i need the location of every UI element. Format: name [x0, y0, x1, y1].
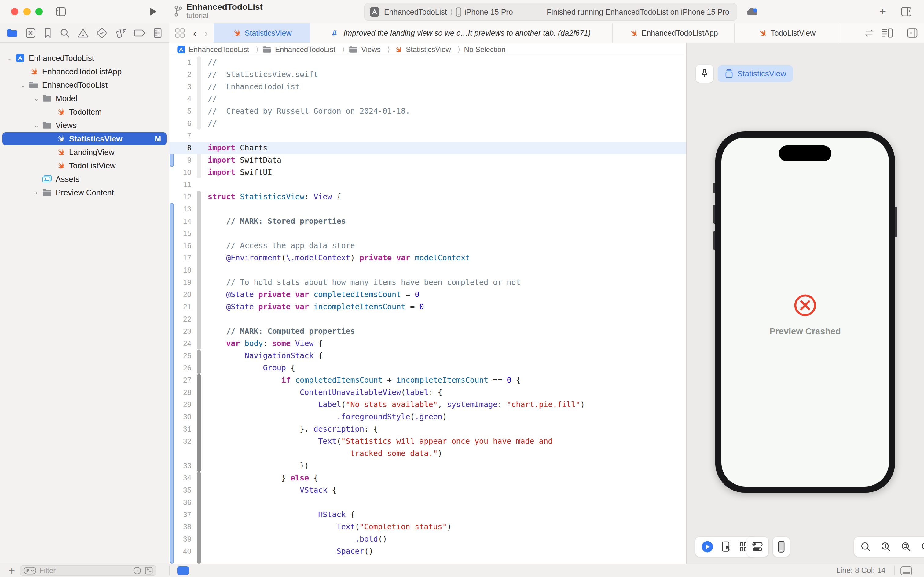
line-number[interactable]: 5	[169, 107, 195, 116]
report-navigator-icon[interactable]	[153, 27, 163, 39]
breakpoint-navigator-icon[interactable]	[134, 28, 146, 38]
device-bezel-button[interactable]	[773, 537, 790, 557]
code-line-33[interactable]: 33 })	[169, 459, 686, 472]
add-editor-icon[interactable]	[907, 28, 918, 38]
code-line-19[interactable]: 19 // To hold stats about how many items…	[169, 276, 686, 288]
zoom-button[interactable]	[35, 8, 43, 15]
line-number[interactable]: 27	[169, 376, 195, 384]
code-line-35[interactable]: 35 VStack {	[169, 484, 686, 496]
code-line-38[interactable]: 38 Text("Completion status")	[169, 521, 686, 533]
line-number[interactable]: 29	[169, 400, 195, 409]
history-icon[interactable]	[133, 566, 142, 575]
code-line-23[interactable]: 23 // MARK: Computed properties	[169, 325, 686, 337]
code-line-21[interactable]: 21 @State private var incompleteItemsCou…	[169, 301, 686, 313]
zoom-out-icon[interactable]	[860, 541, 871, 552]
breadcrumb-item[interactable]: EnhancedTodoList⟩	[262, 45, 348, 54]
line-number[interactable]: 36	[169, 498, 195, 507]
chevron-down-icon[interactable]: ⌄	[31, 122, 42, 129]
run-destination[interactable]: iPhone 15 Pro	[464, 8, 513, 16]
code-line-32[interactable]: 32 Text("Statistics will appear once you…	[169, 435, 686, 447]
line-number[interactable]: 11	[169, 180, 195, 189]
line-number[interactable]: 17	[169, 254, 195, 262]
sidebar-item-enhancedtodolist[interactable]: ⌄EnhancedTodoList	[0, 52, 169, 65]
run-button[interactable]	[148, 7, 158, 16]
scheme-name[interactable]: EnhancedTodoList	[384, 8, 447, 16]
flags-icon[interactable]	[145, 566, 153, 575]
code-line-17[interactable]: 17 @Environment(\.modelContext) private …	[169, 252, 686, 264]
line-number[interactable]: 25	[169, 351, 195, 360]
tab-todolistview[interactable]: TodoListView	[734, 23, 839, 43]
source-editor[interactable]: 1//2// StatisticsView.swift3// EnhancedT…	[169, 56, 686, 564]
breadcrumb-item[interactable]: Views⟩	[348, 45, 394, 54]
line-number[interactable]: 8	[169, 143, 195, 152]
zoom-fit-icon[interactable]	[900, 541, 911, 552]
line-number[interactable]: 12	[169, 193, 195, 201]
code-line-27[interactable]: 27 if completedItemsCount + incompleteIt…	[169, 374, 686, 386]
editor-bottom-icon[interactable]	[900, 566, 913, 576]
swap-editors-icon[interactable]	[864, 28, 875, 38]
code-line-5[interactable]: 5// Created by Russell Gordon on 2024-01…	[169, 105, 686, 118]
bookmark-navigator-icon[interactable]	[43, 27, 52, 39]
line-number[interactable]: 28	[169, 388, 195, 397]
filter-icon[interactable]	[24, 567, 36, 575]
add-icon[interactable]: +	[8, 564, 15, 577]
project-navigator-icon[interactable]	[6, 28, 18, 38]
sidebar-item-enhancedtodolistapp[interactable]: EnhancedTodoListApp	[0, 65, 169, 78]
line-number[interactable]: 33	[169, 461, 195, 470]
line-number[interactable]: 20	[169, 290, 195, 299]
sidebar-item-views[interactable]: ⌄Views	[0, 119, 169, 132]
line-number[interactable]: 35	[169, 486, 195, 495]
line-number[interactable]: 21	[169, 303, 195, 311]
sidebar-item-enhancedtodolist[interactable]: ⌄EnhancedTodoList	[0, 78, 169, 92]
code-line-15[interactable]: 15	[169, 227, 686, 240]
line-number[interactable]: 9	[169, 156, 195, 164]
line-number[interactable]: 7	[169, 131, 195, 140]
line-number[interactable]: 18	[169, 266, 195, 274]
line-number[interactable]: 32	[169, 437, 195, 446]
back-button[interactable]: ‹	[193, 27, 196, 39]
line-number[interactable]: 40	[169, 547, 195, 556]
sidebar-item-preview-content[interactable]: ›Preview Content	[0, 186, 169, 199]
code-line-13[interactable]: 13	[169, 203, 686, 215]
preview-target-chip[interactable]: StatisticsView	[718, 65, 793, 82]
sidebar-item-todolistview[interactable]: TodoListView	[0, 159, 169, 172]
code-line-18[interactable]: 18	[169, 264, 686, 276]
jump-bar[interactable]: EnhancedTodoList⟩EnhancedTodoList⟩Views⟩…	[169, 43, 686, 56]
selectable-mode-icon[interactable]	[721, 541, 732, 553]
breadcrumb-item[interactable]: StatisticsView⟩	[394, 45, 464, 54]
code-line-16[interactable]: 16 // Access the app data store	[169, 240, 686, 252]
code-line-2[interactable]: 2// StatisticsView.swift	[169, 68, 686, 81]
code-line-40[interactable]: 40 Spacer()	[169, 545, 686, 558]
line-number[interactable]: 4	[169, 95, 195, 103]
sidebar-item-statisticsview[interactable]: StatisticsViewM	[0, 132, 169, 145]
breadcrumb-item[interactable]: EnhancedTodoList⟩	[177, 45, 262, 54]
tab-improved-the-landing-vie[interactable]: #Improved the landing view so we c…It pr…	[310, 23, 612, 43]
line-number[interactable]: 19	[169, 278, 195, 287]
code-line-12[interactable]: 12struct StatisticsView: View {	[169, 191, 686, 203]
line-number[interactable]: 30	[169, 413, 195, 421]
code-line-30[interactable]: 30 .foregroundStyle(.green)	[169, 411, 686, 423]
code-line-8[interactable]: 8import Charts	[169, 142, 686, 154]
line-number[interactable]: 14	[169, 217, 195, 226]
code-line-26[interactable]: 26 Group {	[169, 362, 686, 374]
chevron-down-icon[interactable]: ⌄	[18, 81, 28, 89]
code-line-1[interactable]: 1//	[169, 56, 686, 68]
code-line-14[interactable]: 14 // MARK: Stored properties	[169, 215, 686, 227]
line-number[interactable]: 38	[169, 522, 195, 531]
activity-status-pill[interactable]: EnhancedTodoList ⟩ iPhone 15 Pro Finishe…	[364, 3, 737, 21]
line-number[interactable]: 31	[169, 425, 195, 434]
sidebar-item-assets[interactable]: Assets	[0, 172, 169, 186]
close-button[interactable]	[11, 8, 18, 15]
code-line-4[interactable]: 4//	[169, 93, 686, 105]
test-navigator-icon[interactable]	[96, 27, 108, 39]
line-number[interactable]: 10	[169, 168, 195, 177]
minimize-button[interactable]	[23, 8, 31, 15]
line-number[interactable]: 34	[169, 474, 195, 482]
code-line-28[interactable]: 28 ContentUnavailableView(label: {	[169, 386, 686, 398]
chevron-down-icon[interactable]: ⌄	[31, 95, 42, 102]
line-number[interactable]: 13	[169, 205, 195, 213]
line-number[interactable]: 1	[169, 58, 195, 67]
code-line-7[interactable]: 7	[169, 130, 686, 142]
code-line-wrap[interactable]: tracked some data.")	[169, 447, 686, 459]
sidebar-item-todoitem[interactable]: TodoItem	[0, 105, 169, 119]
